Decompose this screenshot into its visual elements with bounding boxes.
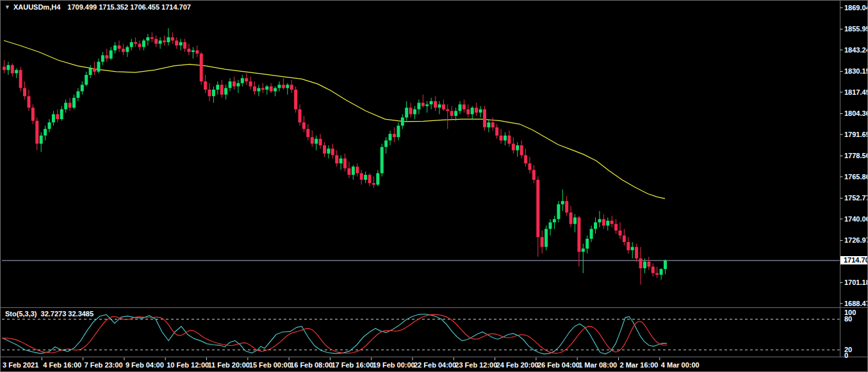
mt4-chart-window: ▼ XAUUSDm,H4 1709.499 1715.352 1706.455 … <box>0 0 868 372</box>
price-label: 1726.975 <box>844 237 868 244</box>
chart-canvas[interactable] <box>1 1 868 372</box>
ohlc-values: 1709.499 1715.352 1706.455 1714.707 <box>67 3 191 11</box>
time-label: 22 Feb 04:00 <box>414 362 456 369</box>
time-label: 17 Feb 16:00 <box>331 362 373 369</box>
price-label: 1765.860 <box>844 174 868 181</box>
symbol-period-label: XAUUSDm,H4 <box>13 3 60 11</box>
price-label: 1778.565 <box>844 152 868 159</box>
price-label: 1701.180 <box>844 279 868 286</box>
time-label: 23 Feb 12:00 <box>455 362 497 369</box>
price-label: 1817.450 <box>844 89 868 96</box>
price-label: 1752.770 <box>844 195 868 202</box>
time-label: 4 Mar 00:00 <box>661 362 700 369</box>
candles-group <box>3 28 667 284</box>
sto-d-line <box>2 314 667 353</box>
indicator-values: 32.7273 32.3485 <box>41 310 94 318</box>
time-label: 26 Feb 04:00 <box>537 362 580 369</box>
time-label: 4 Feb 16:00 <box>43 362 81 369</box>
time-label: 9 Feb 04:00 <box>126 362 164 369</box>
indicator-name: Sto(5,3,3) <box>5 310 37 318</box>
chart-dropdown-icon[interactable]: ▼ <box>4 4 10 11</box>
time-label: 11 Feb 20:00 <box>208 362 250 369</box>
price-label: 1740.065 <box>844 216 868 223</box>
time-label: 15 Feb 00:00 <box>249 362 291 369</box>
price-label: 1791.655 <box>844 131 868 138</box>
time-label: 3 Feb 2021 <box>3 362 38 369</box>
time-label: 1 Mar 08:00 <box>578 362 617 369</box>
price-label: 1804.360 <box>844 110 868 117</box>
time-label: 7 Feb 23:00 <box>85 362 123 369</box>
price-label: 1869.040 <box>844 4 868 12</box>
time-label: 16 Feb 08:00 <box>290 362 332 369</box>
price-label: 1688.475 <box>844 300 868 307</box>
indicator-label: Sto(5,3,3) 32.7273 32.3485 <box>5 310 94 318</box>
price-label: 1830.155 <box>844 68 868 75</box>
time-label: 24 Feb 20:00 <box>496 362 539 369</box>
time-label: 10 Feb 12:00 <box>167 362 209 369</box>
time-label: 19 Feb 00:00 <box>373 362 415 369</box>
price-label: 1843.245 <box>844 47 868 54</box>
current-price-tag: 1714.707 <box>840 256 868 264</box>
indicator-scale-label: 80 <box>844 316 852 323</box>
chart-title: ▼ XAUUSDm,H4 1709.499 1715.352 1706.455 … <box>4 3 191 11</box>
time-label: 2 Mar 16:00 <box>620 362 659 369</box>
price-label: 1855.950 <box>844 26 868 33</box>
indicator-scale-label: 0 <box>844 352 848 359</box>
